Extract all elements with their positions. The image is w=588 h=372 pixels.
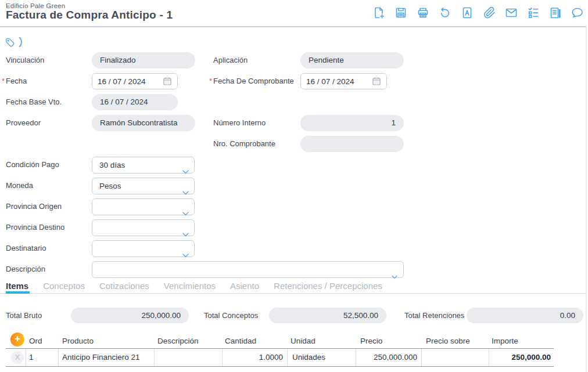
cell-cantidad[interactable]: 1.0000 [222,349,283,366]
invoice-page: Edificio Pale Green Factura de Compra An… [0,0,588,372]
tab-bar: Items Conceptos Cotizaciones Vencimiento… [6,281,382,291]
column-separator [222,349,223,366]
total-bruto-value: 250,000.00 [141,311,181,320]
fecha-comprobante-required-asterisk: * [209,73,212,89]
expand-chevron-icon[interactable] [18,37,24,50]
cell-precio[interactable]: 250,000.000 [356,349,417,366]
moneda-select[interactable]: Pesos [92,178,195,194]
fecha-label: Fecha [6,73,27,89]
total-conceptos-label: Total Conceptos [204,308,258,323]
fecha-required-asterisk: * [2,73,5,89]
provincia-destino-select[interactable] [92,219,195,236]
proveedor-field: Ramón Subcontratista [92,115,195,131]
col-header-unidad: Unidad [291,334,315,348]
nro-comprobante-label: Nro. Comprobante [213,136,275,152]
active-tab-underline [6,291,30,294]
total-conceptos-value: 52,500.00 [343,311,378,320]
descripcion-input[interactable] [92,261,404,278]
tab-vencimientos[interactable]: Vencimientos [164,281,216,291]
destinatario-label: Destinatario [6,240,46,257]
fecha-comprobante-value[interactable]: 16 / 07 / 2024 [306,77,354,86]
vinculacion-field: Finalizado [92,52,195,68]
cell-importe[interactable]: 250,000.00 [489,349,551,366]
column-separator [356,349,356,366]
email-icon[interactable] [504,6,518,20]
col-header-producto: Producto [62,334,94,348]
font-document-icon[interactable] [460,6,474,20]
proveedor-label: Proveedor [6,115,41,131]
fecha-input[interactable]: 16 / 07 / 2024 [92,73,178,89]
column-separator [421,349,422,366]
cell-producto[interactable]: Anticipo Financiero 21 [62,349,140,366]
add-row-button[interactable]: + [10,333,24,346]
new-document-icon[interactable] [372,6,386,20]
total-bruto-field: 250,000.00 [71,308,189,323]
col-header-descripcion: Descripción [157,334,199,348]
condicion-pago-label: Condición Pago [6,157,59,173]
chevron-down-icon [182,164,189,179]
table-row-border [6,366,554,367]
moneda-value: Pesos [99,182,121,190]
toolbar [372,6,585,20]
total-conceptos-field: 52,500.00 [269,308,386,323]
print-icon[interactable] [416,6,430,20]
total-bruto-label: Total Bruto [6,308,42,323]
col-header-precio: Precio [360,334,382,348]
fecha-value[interactable]: 16 / 07 / 2024 [98,77,146,86]
chevron-down-icon [392,269,397,284]
condicion-pago-select[interactable]: 30 días [92,157,195,174]
aplicacion-value: Pendiente [309,56,344,64]
chevron-down-icon [182,205,189,221]
header-divider [0,26,586,27]
numero-interno-label: Número Interno [213,115,266,131]
panel-right-edge [586,27,587,372]
condicion-pago-value: 30 días [99,161,125,169]
fecha-base-vto-value: 16 / 07 / 2024 [100,97,148,106]
vinculacion-value: Finalizado [100,56,136,64]
column-separator [287,349,288,366]
provincia-destino-label: Provincia Destino [6,219,64,236]
col-header-cantidad: Cantidad [225,334,256,348]
calendar-icon[interactable] [163,77,172,86]
numero-interno-field: 1 [300,115,404,131]
moneda-label: Moneda [6,178,33,194]
tag-icon[interactable] [5,37,15,48]
provincia-origen-label: Provincia Origen [6,198,62,215]
destinatario-select[interactable] [92,240,195,257]
attachment-icon[interactable] [482,6,496,20]
col-header-importe: Importe [492,334,518,348]
tab-asiento[interactable]: Asiento [230,281,259,291]
cell-unidad[interactable]: Unidades [292,349,325,366]
provincia-origen-select[interactable] [92,198,195,215]
save-icon[interactable] [394,6,408,20]
tab-cotizaciones[interactable]: Cotizaciones [99,281,149,291]
numero-interno-value: 1 [391,118,396,127]
cell-ord[interactable]: 1 [29,349,34,366]
proveedor-value: Ramón Subcontratista [100,118,178,127]
chevron-down-icon [182,185,189,200]
aplicacion-field: Pendiente [300,52,404,68]
fecha-base-vto-field: 16 / 07 / 2024 [92,94,178,110]
chevron-down-icon [182,247,189,263]
calendar-icon[interactable] [372,77,381,86]
column-separator [26,349,26,366]
page-title: Factura de Compra Anticipo - 1 [6,9,173,21]
tabs-divider [0,293,586,294]
fecha-comprobante-input[interactable]: 16 / 07 / 2024 [300,73,387,89]
comment-icon[interactable] [571,6,585,20]
tab-retenciones-percepciones[interactable]: Retenciones / Percepciones [274,281,382,291]
col-header-ord: Ord [29,334,42,348]
delete-row-button[interactable]: X [11,351,24,364]
tab-items[interactable]: Items [6,281,28,291]
aplicacion-label: Aplicación [213,52,248,68]
col-header-precio-sobre: Precio sobre [426,334,470,348]
column-separator [58,349,59,366]
checklist-icon[interactable] [526,6,540,20]
total-retenciones-field: 0.00 [467,308,583,323]
report-icon[interactable] [548,6,562,20]
chevron-down-icon [182,226,189,242]
tab-conceptos[interactable]: Conceptos [43,281,85,291]
column-separator [489,349,489,366]
total-retenciones-value: 0.00 [560,311,575,320]
history-icon[interactable] [438,6,452,20]
